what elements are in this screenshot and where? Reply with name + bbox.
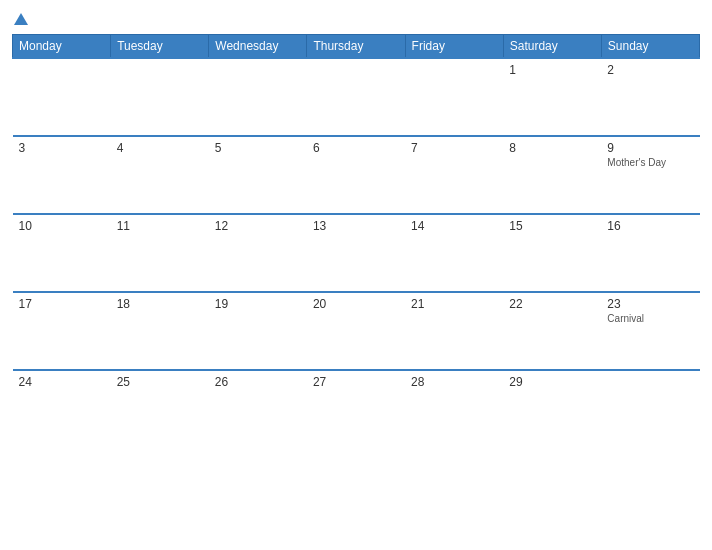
calendar-cell xyxy=(307,58,405,136)
calendar-container: MondayTuesdayWednesdayThursdayFridaySatu… xyxy=(0,0,712,550)
calendar-cell: 17 xyxy=(13,292,111,370)
weekday-header-monday: Monday xyxy=(13,35,111,59)
calendar-cell xyxy=(405,58,503,136)
calendar-cell: 15 xyxy=(503,214,601,292)
weekday-header-thursday: Thursday xyxy=(307,35,405,59)
day-number: 21 xyxy=(411,297,497,311)
calendar-cell: 16 xyxy=(601,214,699,292)
calendar-cell: 22 xyxy=(503,292,601,370)
day-number: 11 xyxy=(117,219,203,233)
day-number: 14 xyxy=(411,219,497,233)
calendar-cell xyxy=(111,58,209,136)
calendar-cell: 27 xyxy=(307,370,405,448)
calendar-cell: 1 xyxy=(503,58,601,136)
weekday-header-sunday: Sunday xyxy=(601,35,699,59)
calendar-header xyxy=(12,10,700,26)
calendar-cell: 11 xyxy=(111,214,209,292)
calendar-cell xyxy=(13,58,111,136)
day-number: 12 xyxy=(215,219,301,233)
day-number: 8 xyxy=(509,141,595,155)
calendar-cell: 24 xyxy=(13,370,111,448)
logo xyxy=(12,10,28,26)
logo-triangle-icon xyxy=(14,13,28,25)
day-number: 7 xyxy=(411,141,497,155)
day-number: 27 xyxy=(313,375,399,389)
day-number: 26 xyxy=(215,375,301,389)
calendar-cell xyxy=(601,370,699,448)
day-number: 20 xyxy=(313,297,399,311)
calendar-cell: 13 xyxy=(307,214,405,292)
day-number: 15 xyxy=(509,219,595,233)
week-row-1: 12 xyxy=(13,58,700,136)
event-label: Mother's Day xyxy=(607,157,693,168)
calendar-cell: 21 xyxy=(405,292,503,370)
calendar-cell xyxy=(209,58,307,136)
day-number: 22 xyxy=(509,297,595,311)
week-row-4: 17181920212223Carnival xyxy=(13,292,700,370)
calendar-cell: 28 xyxy=(405,370,503,448)
calendar-cell: 9Mother's Day xyxy=(601,136,699,214)
day-number: 1 xyxy=(509,63,595,77)
day-number: 13 xyxy=(313,219,399,233)
week-row-5: 242526272829 xyxy=(13,370,700,448)
calendar-cell: 14 xyxy=(405,214,503,292)
day-number: 19 xyxy=(215,297,301,311)
calendar-cell: 19 xyxy=(209,292,307,370)
day-number: 4 xyxy=(117,141,203,155)
calendar-cell: 29 xyxy=(503,370,601,448)
day-number: 2 xyxy=(607,63,693,77)
logo-text xyxy=(12,10,28,26)
calendar-cell: 3 xyxy=(13,136,111,214)
weekday-header-tuesday: Tuesday xyxy=(111,35,209,59)
day-number: 29 xyxy=(509,375,595,389)
week-row-3: 10111213141516 xyxy=(13,214,700,292)
weekday-header-friday: Friday xyxy=(405,35,503,59)
day-number: 24 xyxy=(19,375,105,389)
day-number: 17 xyxy=(19,297,105,311)
calendar-cell: 2 xyxy=(601,58,699,136)
calendar-cell: 18 xyxy=(111,292,209,370)
day-number: 9 xyxy=(607,141,693,155)
calendar-cell: 26 xyxy=(209,370,307,448)
calendar-cell: 23Carnival xyxy=(601,292,699,370)
day-number: 28 xyxy=(411,375,497,389)
weekday-header-wednesday: Wednesday xyxy=(209,35,307,59)
calendar-cell: 7 xyxy=(405,136,503,214)
day-number: 25 xyxy=(117,375,203,389)
calendar-cell: 20 xyxy=(307,292,405,370)
event-label: Carnival xyxy=(607,313,693,324)
calendar-table: MondayTuesdayWednesdayThursdayFridaySatu… xyxy=(12,34,700,448)
calendar-cell: 5 xyxy=(209,136,307,214)
calendar-cell: 4 xyxy=(111,136,209,214)
calendar-cell: 8 xyxy=(503,136,601,214)
calendar-cell: 6 xyxy=(307,136,405,214)
day-number: 5 xyxy=(215,141,301,155)
day-number: 23 xyxy=(607,297,693,311)
day-number: 18 xyxy=(117,297,203,311)
day-number: 6 xyxy=(313,141,399,155)
week-row-2: 3456789Mother's Day xyxy=(13,136,700,214)
weekday-header-saturday: Saturday xyxy=(503,35,601,59)
day-number: 16 xyxy=(607,219,693,233)
day-number: 3 xyxy=(19,141,105,155)
calendar-cell: 12 xyxy=(209,214,307,292)
calendar-cell: 25 xyxy=(111,370,209,448)
day-number: 10 xyxy=(19,219,105,233)
calendar-cell: 10 xyxy=(13,214,111,292)
weekday-header-row: MondayTuesdayWednesdayThursdayFridaySatu… xyxy=(13,35,700,59)
